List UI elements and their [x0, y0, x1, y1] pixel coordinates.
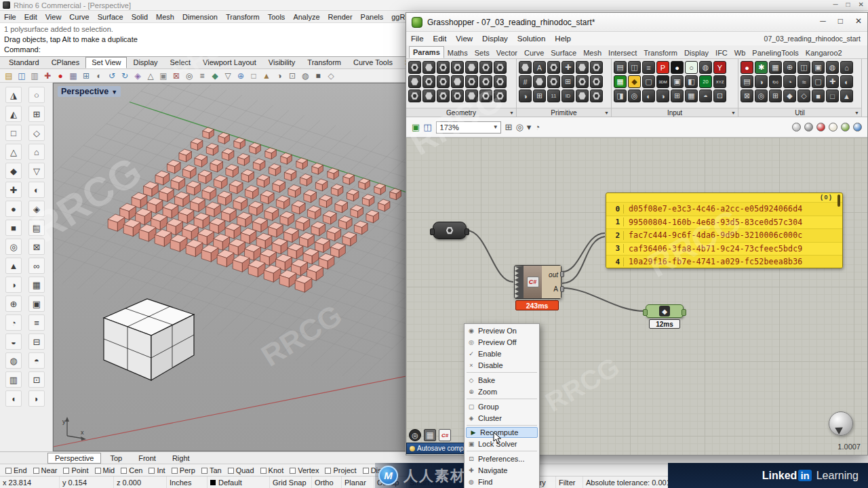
- osnap-checkbox-disable[interactable]: [363, 468, 369, 474]
- osnap-checkbox-point[interactable]: [63, 468, 69, 474]
- viewport-tab-right[interactable]: Right: [165, 453, 197, 464]
- context-menu-item-bake[interactable]: ◇Bake: [465, 374, 539, 386]
- display-mode-icon[interactable]: [792, 123, 801, 131]
- palette-component-icon[interactable]: XYZ: [713, 75, 726, 88]
- palette-component-icon[interactable]: ▤: [614, 61, 627, 74]
- palette-component-icon[interactable]: [590, 75, 603, 88]
- toolbar-icon[interactable]: ◇: [326, 70, 336, 81]
- palette-component-icon[interactable]: [547, 75, 560, 88]
- status-field[interactable]: z 0.000: [114, 476, 167, 488]
- palette-component-icon[interactable]: [451, 61, 464, 74]
- sidebar-tool-icon[interactable]: ◮: [5, 87, 22, 103]
- osnap-checkbox-end[interactable]: [5, 468, 12, 474]
- output-nub[interactable]: [560, 286, 564, 292]
- context-menu-item-preview-on[interactable]: ◉Preview On: [465, 325, 539, 336]
- toolbar-tab-select[interactable]: Select: [164, 57, 197, 68]
- osnap-checkbox-int[interactable]: [149, 468, 155, 474]
- palette-component-icon[interactable]: ⊞: [671, 89, 684, 102]
- toolbar-icon[interactable]: ●: [55, 70, 66, 81]
- sidebar-tool-icon[interactable]: ■: [5, 220, 22, 236]
- osnap-item-point[interactable]: Point: [63, 466, 88, 474]
- palette-group-label[interactable]: Util▼: [738, 108, 861, 117]
- palette-component-icon[interactable]: ⊕: [783, 61, 796, 74]
- palette-component-icon[interactable]: [494, 75, 507, 88]
- rhino-menu-mesh[interactable]: Mesh: [152, 13, 178, 21]
- palette-component-icon[interactable]: 11: [547, 89, 560, 102]
- context-menu-item-navigate[interactable]: ✚Navigate: [465, 464, 539, 476]
- osnap-checkbox-vertex[interactable]: [290, 468, 296, 474]
- toolbar-icon[interactable]: ◐: [94, 70, 104, 81]
- output-a-label[interactable]: A: [553, 285, 558, 293]
- grid-icon[interactable]: ▦: [424, 429, 436, 441]
- viewport-tab-perspective[interactable]: Perspective: [47, 453, 101, 464]
- rhino-menu-solid[interactable]: Solid: [127, 13, 152, 21]
- palette-component-icon[interactable]: [422, 89, 435, 102]
- display-mode-icon[interactable]: [829, 123, 837, 131]
- toolbar-tab-transform[interactable]: Transform: [301, 57, 347, 68]
- sidebar-tool-icon[interactable]: ●: [5, 201, 22, 217]
- palette-component-icon[interactable]: [547, 61, 560, 74]
- toolbar-icon[interactable]: ◍: [300, 70, 311, 81]
- osnap-checkbox-cen[interactable]: [121, 468, 127, 474]
- toolbar-icon[interactable]: ▽: [222, 70, 233, 81]
- rhino-menu-edit[interactable]: Edit: [20, 13, 41, 21]
- csharp-icon[interactable]: C#: [439, 429, 451, 441]
- palette-component-icon[interactable]: ▦: [769, 61, 782, 74]
- gh-tab-ifc[interactable]: IFC: [712, 47, 731, 58]
- osnap-item-perp[interactable]: Perp: [172, 466, 195, 474]
- gh-menu-display[interactable]: Display: [477, 35, 513, 43]
- gh-tab-mesh[interactable]: Mesh: [580, 47, 605, 58]
- status-field[interactable]: Default: [208, 476, 270, 488]
- palette-component-icon[interactable]: ◆: [628, 75, 641, 88]
- palette-group-label[interactable]: Geometry▼: [406, 108, 516, 117]
- osnap-item-end[interactable]: End: [5, 466, 27, 474]
- gh-tab-wb[interactable]: Wb: [731, 47, 749, 58]
- sidebar-tool-icon[interactable]: ∞: [28, 258, 45, 274]
- status-field[interactable]: Filter: [556, 476, 583, 488]
- sidebar-tool-icon[interactable]: ◔: [5, 314, 22, 331]
- palette-component-icon[interactable]: ◍: [826, 61, 839, 74]
- sidebar-tool-icon[interactable]: ◎: [5, 239, 22, 255]
- gh-tab-curve[interactable]: Curve: [521, 47, 547, 58]
- sidebar-tool-icon[interactable]: ⊕: [5, 296, 22, 312]
- palette-component-icon[interactable]: ≡: [642, 61, 655, 74]
- palette-component-icon[interactable]: f(x): [769, 75, 782, 88]
- sidebar-tool-icon[interactable]: ⊡: [28, 371, 45, 388]
- sidebar-tool-icon[interactable]: ◓: [28, 352, 45, 369]
- gh-menu-file[interactable]: File: [406, 35, 429, 43]
- gh-tab-vector[interactable]: Vector: [493, 47, 521, 58]
- toolbar-icon[interactable]: ◫: [16, 70, 27, 81]
- osnap-item-near[interactable]: Near: [33, 466, 58, 474]
- palette-component-icon[interactable]: [576, 89, 589, 102]
- palette-component-icon[interactable]: ⌂: [840, 61, 853, 74]
- sidebar-tool-icon[interactable]: ▦: [28, 277, 45, 293]
- palette-component-icon[interactable]: A: [533, 61, 546, 74]
- toolbar-tab-curve-tools[interactable]: Curve Tools: [347, 57, 399, 68]
- palette-component-icon[interactable]: [422, 75, 435, 88]
- palette-component-icon[interactable]: ✚: [561, 61, 574, 74]
- toolbar-icon[interactable]: ▣: [412, 122, 420, 132]
- osnap-item-vertex[interactable]: Vertex: [290, 466, 319, 474]
- toolbar-icon[interactable]: ✚: [42, 70, 53, 81]
- osnap-item-quad[interactable]: Quad: [228, 466, 254, 474]
- toolbar-icon[interactable]: ↻: [119, 70, 130, 81]
- gh-tab-intersect[interactable]: Intersect: [605, 47, 640, 58]
- palette-component-icon[interactable]: [590, 89, 603, 102]
- gh-tab-maths[interactable]: Maths: [444, 47, 471, 58]
- palette-component-icon[interactable]: □: [826, 89, 839, 102]
- palette-component-icon[interactable]: ■: [812, 89, 825, 102]
- palette-component-icon[interactable]: P: [656, 61, 669, 74]
- gh-menu-solution[interactable]: Solution: [513, 35, 551, 43]
- sidebar-tool-icon[interactable]: ◒: [5, 333, 22, 350]
- toolbar-icon[interactable]: ■: [313, 70, 323, 81]
- status-field[interactable]: Inches: [167, 476, 208, 488]
- palette-component-icon[interactable]: ▦: [614, 75, 627, 88]
- toolbar-icon[interactable]: ◆: [210, 70, 220, 81]
- palette-component-icon[interactable]: ◑: [755, 75, 768, 88]
- toolbar-icon[interactable]: ↺: [106, 70, 117, 81]
- rhino-menu-view[interactable]: View: [41, 13, 66, 21]
- osnap-item-cen[interactable]: Cen: [121, 466, 142, 474]
- osnap-checkbox-project[interactable]: [325, 468, 331, 474]
- rhino-minimize-button[interactable]: ─: [833, 1, 837, 8]
- palette-component-icon[interactable]: [465, 61, 478, 74]
